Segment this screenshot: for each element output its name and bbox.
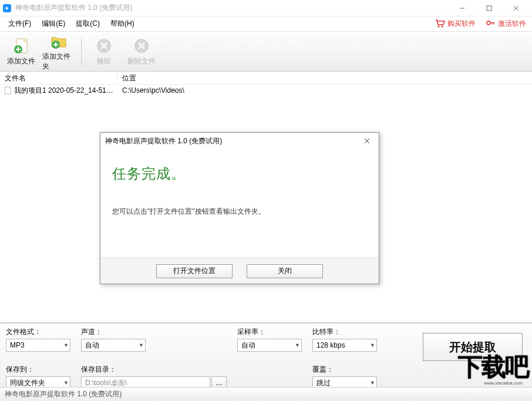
dialog-close-button-2[interactable]: 关闭 [247, 264, 323, 278]
dialog-title: 神奇电影原声提取软件 1.0 (免费试用) [105, 136, 222, 146]
open-location-button[interactable]: 打开文件位置 [156, 264, 233, 278]
dialog-titlebar: 神奇电影原声提取软件 1.0 (免费试用) [100, 133, 379, 149]
close-icon [364, 138, 370, 144]
dialog-close-button[interactable] [360, 135, 374, 147]
dialog-heading: 任务完成。 [112, 164, 367, 183]
dialog-buttons: 打开文件位置 关闭 [100, 258, 379, 284]
completion-dialog: 神奇电影原声提取软件 1.0 (免费试用) 任务完成。 您可以点击"打开文件位置… [100, 132, 379, 284]
dialog-message: 您可以点击"打开文件位置"按钮查看输出文件夹。 [112, 207, 367, 217]
modal-overlay: 神奇电影原声提取软件 1.0 (免费试用) 任务完成。 您可以点击"打开文件位置… [0, 0, 532, 401]
